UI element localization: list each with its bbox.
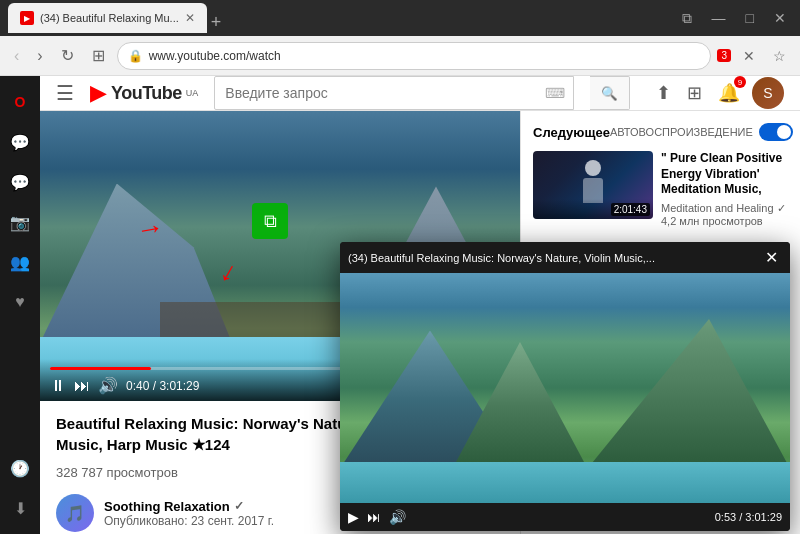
youtube-header-actions: ⬆ ⊞ 🔔9 S — [652, 77, 784, 109]
favicon-icon: ▶ — [24, 14, 30, 23]
next-video-info: " Pure Clean Positive Energy Vibration' … — [661, 151, 788, 227]
sidebar-icon-heart[interactable]: ♥ — [2, 284, 38, 320]
sidebar-icon-download[interactable]: ⬇ — [2, 490, 38, 526]
next-video-title: " Pure Clean Positive Energy Vibration' … — [661, 151, 788, 198]
mini-player-header: (34) Beautiful Relaxing Music: Norway's … — [340, 242, 790, 273]
mini-volume-button[interactable]: 🔊 — [389, 509, 406, 525]
youtube-logo-icon: ▶ — [90, 80, 107, 106]
red-arrow-1: → — [133, 210, 166, 246]
figure-head — [585, 160, 601, 176]
title-bar: ▶ (34) Beautiful Relaxing Mu... ✕ + ⧉ — … — [0, 0, 800, 36]
youtube-logo[interactable]: ▶ YouTube UA — [90, 80, 198, 106]
stack-button[interactable]: ⧉ — [676, 8, 698, 29]
sidebar-icon-clock[interactable]: 🕐 — [2, 450, 38, 486]
pause-button[interactable]: ⏸ — [50, 377, 66, 395]
youtube-search-input[interactable] — [215, 85, 537, 101]
youtube-search-bar[interactable]: ⌨ — [214, 76, 574, 110]
tab-title: (34) Beautiful Relaxing Mu... — [40, 12, 179, 24]
address-bar[interactable]: 🔒 www.youtube.com/watch — [117, 42, 712, 70]
reload-button[interactable]: ↻ — [55, 42, 80, 69]
mini-player-close-button[interactable]: ✕ — [761, 248, 782, 267]
view-count: 328 787 просмотров — [56, 465, 378, 480]
next-verified-icon: ✓ — [777, 202, 786, 215]
next-button[interactable]: ⏭ — [74, 377, 90, 395]
tab-favicon: ▶ — [20, 11, 34, 25]
sidebar-icon-people[interactable]: 👥 — [2, 244, 38, 280]
next-video-card[interactable]: 2:01:43 " Pure Clean Positive Energy Vib… — [533, 151, 788, 227]
youtube-header: ☰ ▶ YouTube UA ⌨ 🔍 ⬆ ⊞ 🔔9 S — [40, 76, 800, 111]
youtube-search-button[interactable]: 🔍 — [590, 76, 630, 110]
mini-player-time: 0:53 / 3:01:29 — [715, 511, 782, 523]
mini-player: (34) Beautiful Relaxing Music: Norway's … — [340, 242, 790, 531]
sidebar-icon-messenger[interactable]: 💬 — [2, 124, 38, 160]
title-bar-controls: ⧉ — □ ✕ — [676, 8, 792, 29]
minimize-button[interactable]: — — [706, 8, 732, 29]
left-sidebar: O 💬 💬 📷 👥 ♥ 🕐 ⬇ — [0, 76, 40, 534]
mini-next-button[interactable]: ⏭ — [367, 509, 381, 525]
channel-avatar[interactable]: 🎵 — [56, 494, 94, 532]
url-text: www.youtube.com/watch — [149, 49, 701, 63]
autoplay-section: АВТОВОСПРОИЗВЕДЕНИЕ — [610, 123, 793, 141]
mini-total-time: 3:01:29 — [745, 511, 782, 523]
next-video-views: 4,2 млн просмотров — [661, 215, 788, 227]
apps-icon[interactable]: ⊞ — [683, 78, 706, 108]
upload-icon[interactable]: ⬆ — [652, 78, 675, 108]
thumbnail-duration: 2:01:43 — [611, 203, 650, 216]
verified-icon: ✓ — [234, 499, 244, 513]
next-channel-name: Meditation and Healing ✓ — [661, 202, 788, 215]
mini-water — [340, 462, 790, 503]
next-video-thumbnail: 2:01:43 — [533, 151, 653, 219]
mini-video-area[interactable] — [340, 273, 790, 503]
menu-icon[interactable]: ☰ — [56, 81, 74, 105]
pip-icon-area: ⧉ — [252, 203, 288, 239]
nav-bar: ‹ › ↻ ⊞ 🔒 www.youtube.com/watch 3 ✕ ☆ — [0, 36, 800, 76]
autoplay-toggle[interactable] — [759, 123, 793, 141]
active-tab[interactable]: ▶ (34) Beautiful Relaxing Mu... ✕ — [8, 3, 207, 33]
new-tab-button[interactable]: + — [211, 12, 222, 33]
keyboard-icon[interactable]: ⌨ — [537, 85, 573, 101]
youtube-logo-text: YouTube — [111, 83, 182, 104]
mini-player-controls: ▶ ⏭ 🔊 0:53 / 3:01:29 — [340, 503, 790, 531]
back-button[interactable]: ‹ — [8, 43, 25, 69]
total-time: 3:01:29 — [159, 379, 199, 393]
channel-name[interactable]: Soothing Relaxation ✓ — [104, 499, 274, 514]
close-nav-icon[interactable]: ✕ — [737, 44, 761, 68]
notification-badge: 3 — [717, 49, 731, 62]
mini-player-title: (34) Beautiful Relaxing Music: Norway's … — [348, 252, 761, 264]
sidebar-icon-opera[interactable]: O — [2, 84, 38, 120]
pip-icon[interactable]: ⧉ — [252, 203, 288, 239]
bookmark-icon[interactable]: ☆ — [767, 44, 792, 68]
bell-icon[interactable]: 🔔9 — [714, 78, 744, 108]
grid-button[interactable]: ⊞ — [86, 42, 111, 69]
user-avatar[interactable]: S — [752, 77, 784, 109]
current-time: 0:40 — [126, 379, 149, 393]
youtube-logo-badge: UA — [186, 88, 199, 98]
lock-icon: 🔒 — [128, 49, 143, 63]
bell-badge: 9 — [734, 76, 746, 88]
sidebar-icon-instagram[interactable]: 📷 — [2, 204, 38, 240]
maximize-button[interactable]: □ — [740, 8, 760, 29]
mini-current-time: 0:53 — [715, 511, 736, 523]
video-progress-fill — [50, 367, 151, 370]
next-channel-text: Meditation and Healing — [661, 202, 774, 214]
channel-name-text: Soothing Relaxation — [104, 499, 230, 514]
video-time: 0:40 / 3:01:29 — [126, 379, 199, 393]
channel-date: Опубликовано: 23 сент. 2017 г. — [104, 514, 274, 528]
autoplay-label: АВТОВОСПРОИЗВЕДЕНИЕ — [610, 126, 753, 138]
volume-button[interactable]: 🔊 — [98, 376, 118, 395]
next-label: Следующее — [533, 125, 610, 140]
tab-close-btn[interactable]: ✕ — [185, 11, 195, 25]
mini-play-button[interactable]: ▶ — [348, 509, 359, 525]
close-window-button[interactable]: ✕ — [768, 8, 792, 29]
sidebar-icon-whatsapp[interactable]: 💬 — [2, 164, 38, 200]
channel-info: Soothing Relaxation ✓ Опубликовано: 23 с… — [104, 499, 274, 528]
tab-area: ▶ (34) Beautiful Relaxing Mu... ✕ + — [8, 3, 672, 33]
next-video-label-row: Следующее АВТОВОСПРОИЗВЕДЕНИЕ — [533, 123, 788, 141]
forward-button[interactable]: › — [31, 43, 48, 69]
